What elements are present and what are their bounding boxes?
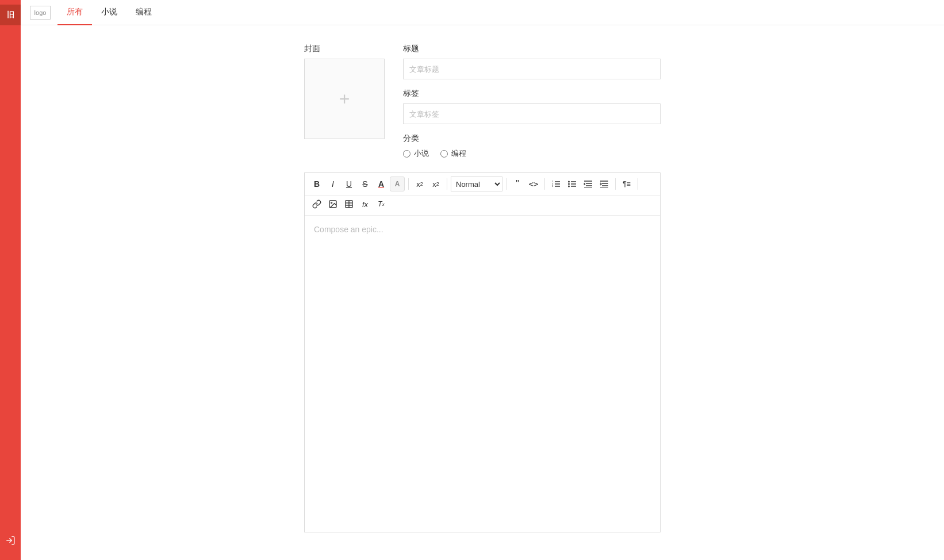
- image-button[interactable]: [325, 197, 340, 212]
- highlight-button[interactable]: A: [390, 177, 405, 191]
- top-row: 封面 + 标题 标签 分类: [304, 44, 661, 159]
- code-button[interactable]: <>: [526, 177, 541, 191]
- svg-point-22: [331, 202, 332, 204]
- radio-programming[interactable]: 编程: [440, 148, 466, 159]
- paragraph-style-select[interactable]: Normal Heading 1 Heading 2 Heading 3: [451, 177, 502, 191]
- subscript-button[interactable]: x2: [428, 177, 443, 191]
- editor-container: B I U S A A x2 x2: [304, 172, 661, 532]
- indent-increase-button[interactable]: [597, 177, 612, 191]
- form-area: 封面 + 标题 标签 分类: [304, 44, 661, 532]
- category-section: 分类 小说 编程: [403, 133, 661, 159]
- divider-5: [615, 178, 616, 190]
- radio-novel[interactable]: 小说: [403, 148, 429, 159]
- tab-novel[interactable]: 小说: [92, 0, 126, 25]
- tag-group: 标签: [403, 89, 661, 124]
- divider-6: [638, 178, 638, 190]
- editor-toolbar: B I U S A A x2 x2: [305, 173, 660, 195]
- ordered-list-button[interactable]: 1 2 3: [548, 177, 563, 191]
- font-color-button[interactable]: A: [374, 177, 389, 191]
- underline-button[interactable]: U: [341, 177, 356, 191]
- superscript-button[interactable]: x2: [412, 177, 427, 191]
- nav-tabs: 所有 小说 编程: [57, 0, 161, 25]
- tab-programming[interactable]: 编程: [126, 0, 161, 25]
- divider-3: [506, 178, 506, 190]
- radio-novel-input[interactable]: [403, 150, 410, 158]
- tag-label: 标签: [403, 89, 661, 99]
- title-label: 标题: [403, 44, 661, 54]
- radio-novel-label: 小说: [414, 148, 429, 159]
- plus-icon: +: [339, 89, 350, 110]
- sidebar-logo: 旧: [0, 5, 21, 25]
- align-button[interactable]: ¶≡: [619, 177, 634, 191]
- editor-placeholder: Compose an epic...: [314, 225, 383, 234]
- divider-4: [544, 178, 545, 190]
- tab-all[interactable]: 所有: [57, 0, 92, 25]
- sidebar-bottom: [0, 530, 21, 555]
- main-area: logo 所有 小说 编程 封面 + 标题: [21, 0, 944, 560]
- cover-upload[interactable]: +: [304, 59, 385, 139]
- italic-button[interactable]: I: [325, 177, 340, 191]
- divider-1: [408, 178, 409, 190]
- clear-format-button[interactable]: Tx: [374, 197, 389, 212]
- svg-text:3: 3: [552, 185, 554, 187]
- cover-label: 封面: [304, 44, 385, 54]
- editor-toolbar-row2: fx Tx: [305, 195, 660, 216]
- sidebar: 旧: [0, 0, 21, 560]
- table-button[interactable]: [341, 197, 356, 212]
- unordered-list-button[interactable]: [565, 177, 580, 191]
- blockquote-button[interactable]: ": [510, 177, 525, 191]
- svg-point-11: [568, 183, 570, 185]
- title-group: 标题: [403, 44, 661, 79]
- divider-2: [447, 178, 447, 190]
- nav-logo: logo: [30, 6, 51, 20]
- link-button[interactable]: [309, 197, 324, 212]
- radio-programming-label: 编程: [451, 148, 466, 159]
- login-icon[interactable]: [0, 530, 21, 551]
- title-input[interactable]: [403, 59, 661, 79]
- right-fields: 标题 标签 分类 小说: [403, 44, 661, 159]
- indent-decrease-button[interactable]: [581, 177, 596, 191]
- category-radio-group: 小说 编程: [403, 148, 661, 159]
- category-label: 分类: [403, 133, 661, 144]
- content-area: 封面 + 标题 标签 分类: [21, 25, 944, 560]
- svg-point-12: [568, 186, 570, 187]
- svg-point-10: [568, 181, 570, 183]
- cover-section: 封面 +: [304, 44, 385, 159]
- formula-button[interactable]: fx: [358, 197, 373, 212]
- strikethrough-button[interactable]: S: [358, 177, 373, 191]
- sidebar-top: 旧: [0, 5, 21, 25]
- editor-body[interactable]: Compose an epic...: [305, 216, 660, 532]
- nav-bar: logo 所有 小说 编程: [21, 0, 944, 25]
- radio-programming-input[interactable]: [440, 150, 448, 158]
- tag-input[interactable]: [403, 103, 661, 124]
- bold-button[interactable]: B: [309, 177, 324, 191]
